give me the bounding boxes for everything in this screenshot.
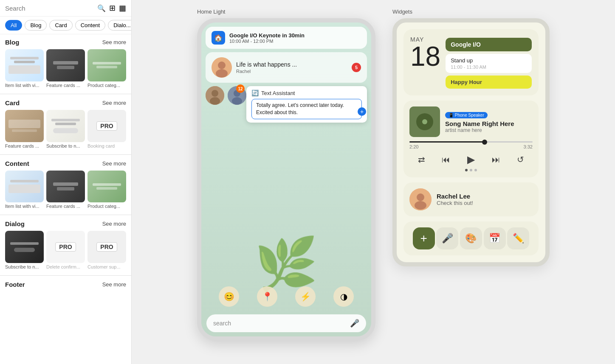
filter-tab-dialog[interactable]: Dialo... [108,20,131,31]
list-item[interactable]: Subscribe to n... [5,231,44,269]
filter-tab-card[interactable]: Card [49,20,72,31]
progress-dot [482,140,487,145]
dialog-items-grid: Subscribe to n... PRO Delete confirm... … [5,231,126,269]
section-content: Content See more Item list with vi... Fe… [0,156,131,214]
item-label: Subscribe to n... [46,143,85,148]
item-label: Product categ... [87,204,126,209]
dot [470,169,472,171]
svg-point-1 [218,62,226,69]
list-item[interactable]: Subscribe to n... [46,110,85,148]
palette-action-button[interactable]: 🎨 [460,227,482,249]
fan-icon-button[interactable]: ⚡ [295,286,316,307]
list-item[interactable]: Feature cards ... [46,49,85,88]
see-more-dialog[interactable]: See more [102,221,126,227]
actions-widget: + 🎤 🎨 📅 ✏️ [403,221,539,255]
add-action-button[interactable]: + [413,227,435,249]
main-area: Home Light 🏠 Google I/O Keynote in 30min… [132,0,615,364]
item-label: Feature cards ... [46,204,85,209]
chat-bubble: Totally agree. Let's connect later today… [251,99,362,119]
grid2-icon[interactable]: ▦ [119,3,126,13]
item-label: Booking card [87,143,126,148]
standup-time: 11:00 - 11:30 AM [451,64,527,70]
calendar-event-google: Google I/O [446,38,532,51]
sidebar: 🔍 ⊞ ▦ All Blog Card Content Dialo... Blo… [0,0,132,364]
message-card[interactable]: Life is what happens ... Rachel 5 [206,52,367,83]
svg-point-13 [417,193,424,201]
svg-point-2 [216,69,228,78]
pro-badge: PRO [96,242,117,252]
filter-tab-all[interactable]: All [5,20,22,31]
notif-subtitle: 10:00 AM - 12:00 PM [229,39,361,44]
phone-search-placeholder: search [213,320,231,327]
list-item[interactable]: PRO Customer sup... [87,231,126,269]
message-widget[interactable]: Rachel Lee Check this out! [403,182,539,216]
chat-area: 12 🔄 Text Assistant Totally agree. Let's… [206,86,367,154]
item-label: Feature cards ... [46,83,85,88]
list-item[interactable]: Item list with vi... [5,171,44,209]
search-input[interactable] [5,5,94,12]
shuffle-button[interactable]: ⇄ [418,154,425,165]
list-item[interactable]: PRO Booking card [87,110,126,148]
message-badge: 5 [352,63,361,72]
home-light-label: Home Light [197,8,225,15]
list-item[interactable]: Product categ... [87,49,126,88]
add-to-chat-button[interactable]: + [358,107,366,116]
list-item[interactable]: Feature cards ... [46,171,85,209]
filter-tab-blog[interactable]: Blog [25,20,47,31]
pro-badge: PRO [55,242,76,252]
content-items-grid: Item list with vi... Feature cards ... P… [5,171,126,209]
filter-tab-content[interactable]: Content [75,20,106,31]
message-widget-name: Rachel Lee [437,193,533,200]
text-assistant-label: 🔄 Text Assistant [251,90,362,96]
item-label: Product categ... [87,83,126,88]
music-artist: artist name here [445,127,533,133]
repeat-button[interactable]: ↺ [517,154,524,165]
play-button[interactable]: ▶ [467,154,475,165]
pencil-action-button[interactable]: ✏️ [507,227,529,249]
bottom-icons: 😊 📍 ⚡ ◑ [201,286,371,307]
next-button[interactable]: ⏭ [492,155,500,165]
see-more-footer[interactable]: See more [102,281,126,288]
widget-frame: MAY 18 Google I/O Stand up 11:00 - 11:30… [392,18,550,266]
grid-icon[interactable]: ⊞ [109,3,116,13]
flower-decoration: 🌿 [254,234,318,294]
calendar-event-standup: Stand up 11:00 - 11:30 AM [446,54,532,73]
dot [474,169,477,171]
notif-title: Google I/O Keynote in 30min [229,32,361,39]
prev-button[interactable]: ⏮ [442,155,450,165]
item-label: Feature cards ... [5,143,44,148]
calendar-events: Google I/O Stand up 11:00 - 11:30 AM Hap… [446,36,532,89]
avatar-chat-user1 [206,86,224,105]
svg-point-11 [422,119,427,124]
list-item[interactable]: Feature cards ... [5,110,44,148]
dot [465,169,468,171]
refresh-icon: 🔄 [251,90,259,96]
svg-point-14 [415,201,426,210]
calendar-day: 18 [410,43,440,70]
section-footer: Footer See more [0,277,131,293]
filter-tabs: All Blog Card Content Dialo... [0,17,131,34]
list-item[interactable]: PRO Delete confirm... [46,231,85,269]
contrast-icon-button[interactable]: ◑ [333,286,354,307]
list-item[interactable]: Item list with vi... [5,49,44,88]
home-light-section: Home Light 🏠 Google I/O Keynote in 30min… [197,8,375,341]
see-more-content[interactable]: See more [102,160,126,167]
section-title-blog: Blog [5,39,19,46]
see-more-blog[interactable]: See more [102,39,126,45]
phone-search-bar[interactable]: search 🎤 [206,314,366,332]
section-dialog: Dialog See more Subscribe to n... PRO De… [0,216,131,274]
calendar-event-happyhour: Happy Hour [446,76,532,89]
progress-bar[interactable] [409,141,533,143]
see-more-card[interactable]: See more [102,100,126,106]
notification-banner: 🏠 Google I/O Keynote in 30min 10:00 AM -… [206,27,367,49]
section-title-dialog: Dialog [5,220,25,227]
mic-action-button[interactable]: 🎤 [436,227,458,249]
emoji-icon-button[interactable]: 😊 [219,286,239,307]
location-icon-button[interactable]: 📍 [257,286,277,307]
calendar-action-button[interactable]: 📅 [484,227,506,249]
message-sender: Rachel [236,69,347,74]
message-widget-avatar [409,188,432,210]
music-title: Song Name Right Here [445,120,533,127]
list-item[interactable]: Product categ... [87,171,126,209]
section-title-content: Content [5,160,29,167]
